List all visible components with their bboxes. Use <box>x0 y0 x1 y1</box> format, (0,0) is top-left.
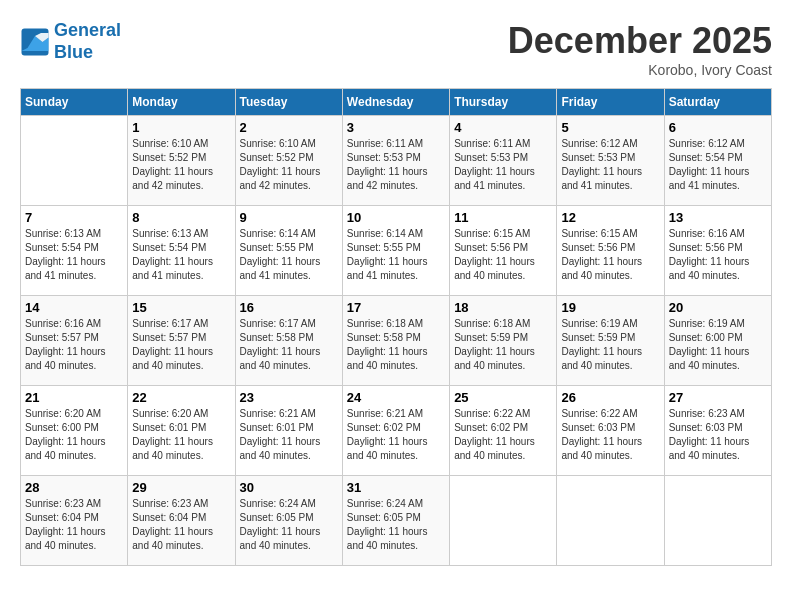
calendar-cell: 30Sunrise: 6:24 AMSunset: 6:05 PMDayligh… <box>235 476 342 566</box>
calendar-cell: 23Sunrise: 6:21 AMSunset: 6:01 PMDayligh… <box>235 386 342 476</box>
day-number: 12 <box>561 210 659 225</box>
calendar-cell: 31Sunrise: 6:24 AMSunset: 6:05 PMDayligh… <box>342 476 449 566</box>
calendar-cell: 19Sunrise: 6:19 AMSunset: 5:59 PMDayligh… <box>557 296 664 386</box>
day-number: 29 <box>132 480 230 495</box>
day-info: Sunrise: 6:19 AMSunset: 6:00 PMDaylight:… <box>669 317 767 373</box>
day-info: Sunrise: 6:22 AMSunset: 6:02 PMDaylight:… <box>454 407 552 463</box>
day-info: Sunrise: 6:16 AMSunset: 5:57 PMDaylight:… <box>25 317 123 373</box>
logo-line1: General <box>54 20 121 40</box>
calendar-cell: 7Sunrise: 6:13 AMSunset: 5:54 PMDaylight… <box>21 206 128 296</box>
day-number: 18 <box>454 300 552 315</box>
day-info: Sunrise: 6:24 AMSunset: 6:05 PMDaylight:… <box>240 497 338 553</box>
day-of-week-header: Saturday <box>664 89 771 116</box>
calendar-cell: 3Sunrise: 6:11 AMSunset: 5:53 PMDaylight… <box>342 116 449 206</box>
location: Korobo, Ivory Coast <box>508 62 772 78</box>
day-number: 16 <box>240 300 338 315</box>
day-info: Sunrise: 6:18 AMSunset: 5:59 PMDaylight:… <box>454 317 552 373</box>
calendar-cell: 13Sunrise: 6:16 AMSunset: 5:56 PMDayligh… <box>664 206 771 296</box>
day-number: 1 <box>132 120 230 135</box>
day-info: Sunrise: 6:13 AMSunset: 5:54 PMDaylight:… <box>132 227 230 283</box>
day-info: Sunrise: 6:12 AMSunset: 5:54 PMDaylight:… <box>669 137 767 193</box>
day-number: 9 <box>240 210 338 225</box>
day-number: 2 <box>240 120 338 135</box>
calendar-cell: 26Sunrise: 6:22 AMSunset: 6:03 PMDayligh… <box>557 386 664 476</box>
day-number: 27 <box>669 390 767 405</box>
day-number: 25 <box>454 390 552 405</box>
calendar-cell: 1Sunrise: 6:10 AMSunset: 5:52 PMDaylight… <box>128 116 235 206</box>
calendar-week-row: 1Sunrise: 6:10 AMSunset: 5:52 PMDaylight… <box>21 116 772 206</box>
day-number: 23 <box>240 390 338 405</box>
day-of-week-header: Wednesday <box>342 89 449 116</box>
day-info: Sunrise: 6:13 AMSunset: 5:54 PMDaylight:… <box>25 227 123 283</box>
calendar-cell <box>450 476 557 566</box>
day-info: Sunrise: 6:12 AMSunset: 5:53 PMDaylight:… <box>561 137 659 193</box>
day-info: Sunrise: 6:15 AMSunset: 5:56 PMDaylight:… <box>561 227 659 283</box>
day-info: Sunrise: 6:14 AMSunset: 5:55 PMDaylight:… <box>347 227 445 283</box>
day-number: 17 <box>347 300 445 315</box>
calendar-cell: 17Sunrise: 6:18 AMSunset: 5:58 PMDayligh… <box>342 296 449 386</box>
day-info: Sunrise: 6:24 AMSunset: 6:05 PMDaylight:… <box>347 497 445 553</box>
calendar-cell: 16Sunrise: 6:17 AMSunset: 5:58 PMDayligh… <box>235 296 342 386</box>
day-info: Sunrise: 6:23 AMSunset: 6:03 PMDaylight:… <box>669 407 767 463</box>
day-number: 26 <box>561 390 659 405</box>
day-info: Sunrise: 6:15 AMSunset: 5:56 PMDaylight:… <box>454 227 552 283</box>
day-number: 14 <box>25 300 123 315</box>
calendar-cell: 2Sunrise: 6:10 AMSunset: 5:52 PMDaylight… <box>235 116 342 206</box>
day-number: 4 <box>454 120 552 135</box>
day-number: 19 <box>561 300 659 315</box>
logo-icon <box>20 27 50 57</box>
calendar-cell <box>557 476 664 566</box>
day-info: Sunrise: 6:21 AMSunset: 6:01 PMDaylight:… <box>240 407 338 463</box>
day-info: Sunrise: 6:17 AMSunset: 5:58 PMDaylight:… <box>240 317 338 373</box>
calendar-cell: 5Sunrise: 6:12 AMSunset: 5:53 PMDaylight… <box>557 116 664 206</box>
calendar-cell: 10Sunrise: 6:14 AMSunset: 5:55 PMDayligh… <box>342 206 449 296</box>
calendar-cell: 21Sunrise: 6:20 AMSunset: 6:00 PMDayligh… <box>21 386 128 476</box>
calendar-week-row: 28Sunrise: 6:23 AMSunset: 6:04 PMDayligh… <box>21 476 772 566</box>
day-of-week-header: Monday <box>128 89 235 116</box>
calendar-cell: 18Sunrise: 6:18 AMSunset: 5:59 PMDayligh… <box>450 296 557 386</box>
day-info: Sunrise: 6:23 AMSunset: 6:04 PMDaylight:… <box>132 497 230 553</box>
day-info: Sunrise: 6:21 AMSunset: 6:02 PMDaylight:… <box>347 407 445 463</box>
day-info: Sunrise: 6:20 AMSunset: 6:00 PMDaylight:… <box>25 407 123 463</box>
calendar-cell: 15Sunrise: 6:17 AMSunset: 5:57 PMDayligh… <box>128 296 235 386</box>
day-info: Sunrise: 6:14 AMSunset: 5:55 PMDaylight:… <box>240 227 338 283</box>
day-of-week-header: Thursday <box>450 89 557 116</box>
logo-line2: Blue <box>54 42 93 62</box>
calendar-cell: 27Sunrise: 6:23 AMSunset: 6:03 PMDayligh… <box>664 386 771 476</box>
day-number: 31 <box>347 480 445 495</box>
day-number: 5 <box>561 120 659 135</box>
calendar-cell: 24Sunrise: 6:21 AMSunset: 6:02 PMDayligh… <box>342 386 449 476</box>
day-info: Sunrise: 6:20 AMSunset: 6:01 PMDaylight:… <box>132 407 230 463</box>
day-info: Sunrise: 6:11 AMSunset: 5:53 PMDaylight:… <box>454 137 552 193</box>
page-header: General Blue December 2025 Korobo, Ivory… <box>20 20 772 78</box>
day-number: 3 <box>347 120 445 135</box>
day-info: Sunrise: 6:10 AMSunset: 5:52 PMDaylight:… <box>132 137 230 193</box>
day-info: Sunrise: 6:17 AMSunset: 5:57 PMDaylight:… <box>132 317 230 373</box>
logo: General Blue <box>20 20 121 63</box>
day-info: Sunrise: 6:10 AMSunset: 5:52 PMDaylight:… <box>240 137 338 193</box>
calendar-cell: 8Sunrise: 6:13 AMSunset: 5:54 PMDaylight… <box>128 206 235 296</box>
day-number: 24 <box>347 390 445 405</box>
calendar-cell: 28Sunrise: 6:23 AMSunset: 6:04 PMDayligh… <box>21 476 128 566</box>
day-info: Sunrise: 6:18 AMSunset: 5:58 PMDaylight:… <box>347 317 445 373</box>
calendar-week-row: 14Sunrise: 6:16 AMSunset: 5:57 PMDayligh… <box>21 296 772 386</box>
day-of-week-header: Sunday <box>21 89 128 116</box>
month-title: December 2025 <box>508 20 772 62</box>
calendar-week-row: 21Sunrise: 6:20 AMSunset: 6:00 PMDayligh… <box>21 386 772 476</box>
calendar-cell: 4Sunrise: 6:11 AMSunset: 5:53 PMDaylight… <box>450 116 557 206</box>
calendar-cell: 29Sunrise: 6:23 AMSunset: 6:04 PMDayligh… <box>128 476 235 566</box>
calendar-cell: 6Sunrise: 6:12 AMSunset: 5:54 PMDaylight… <box>664 116 771 206</box>
day-number: 20 <box>669 300 767 315</box>
day-number: 28 <box>25 480 123 495</box>
calendar-cell: 14Sunrise: 6:16 AMSunset: 5:57 PMDayligh… <box>21 296 128 386</box>
day-number: 30 <box>240 480 338 495</box>
day-info: Sunrise: 6:22 AMSunset: 6:03 PMDaylight:… <box>561 407 659 463</box>
day-info: Sunrise: 6:23 AMSunset: 6:04 PMDaylight:… <box>25 497 123 553</box>
day-number: 22 <box>132 390 230 405</box>
day-number: 13 <box>669 210 767 225</box>
day-number: 11 <box>454 210 552 225</box>
calendar-cell: 11Sunrise: 6:15 AMSunset: 5:56 PMDayligh… <box>450 206 557 296</box>
day-info: Sunrise: 6:19 AMSunset: 5:59 PMDaylight:… <box>561 317 659 373</box>
day-info: Sunrise: 6:11 AMSunset: 5:53 PMDaylight:… <box>347 137 445 193</box>
day-number: 6 <box>669 120 767 135</box>
